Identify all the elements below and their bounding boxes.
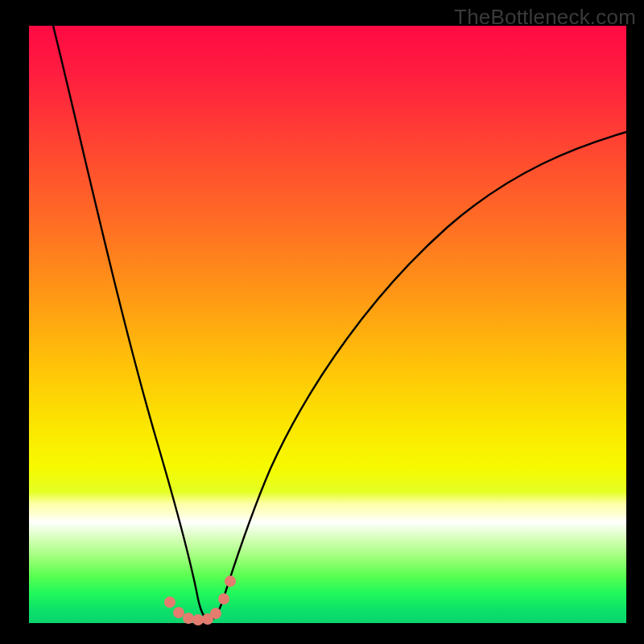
dot [183, 613, 194, 624]
plot-area [29, 26, 626, 623]
dot [210, 608, 221, 619]
dot-cluster [164, 576, 236, 625]
watermark-text: TheBottleneck.com [454, 5, 636, 30]
chart-svg [29, 26, 626, 623]
curve-right-branch [209, 132, 626, 621]
curve-left-branch [53, 26, 209, 621]
dot [164, 597, 175, 608]
dot [192, 614, 204, 625]
dot [225, 576, 236, 587]
dot [218, 593, 229, 605]
outer-frame: TheBottleneck.com [0, 0, 644, 644]
dot [173, 607, 184, 618]
